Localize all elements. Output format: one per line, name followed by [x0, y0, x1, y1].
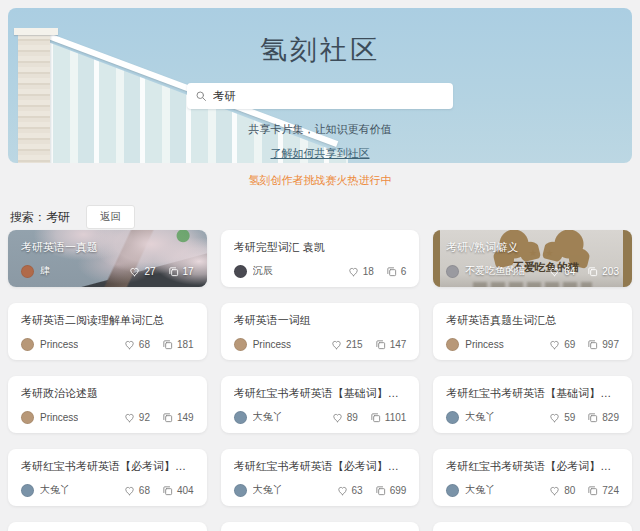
card-set-item[interactable]: ★ ★ ★ 考研英语二阅读理解单词汇总 Princess 68 [8, 303, 207, 360]
cards-icon [162, 485, 173, 496]
card-count: 147 [390, 339, 407, 350]
search-icon [195, 90, 207, 102]
search-box[interactable] [187, 83, 453, 109]
card-title: 考研红宝书考研英语【基础词】词汇系列Unit... [446, 386, 619, 401]
card-title: 考研红宝书考研英语【必考词】词汇系列Unit... [446, 459, 619, 474]
avatar [21, 338, 34, 351]
like-count: 68 [139, 339, 150, 350]
card-title: 考研英语真题生词汇总 [446, 313, 619, 328]
heart-icon [348, 266, 359, 277]
heart-icon [549, 485, 560, 496]
cards-icon [587, 266, 598, 277]
hero-tagline: 共享卡片集，让知识更有价值 [249, 122, 392, 137]
card-title: 考研英语二阅读理解单词汇总 [21, 313, 194, 328]
card-count: 149 [177, 412, 194, 423]
card-set-item-partial[interactable] [433, 522, 632, 531]
heart-icon [124, 485, 135, 496]
card-author: Princess [465, 339, 503, 350]
card-count: 724 [602, 485, 619, 496]
like-count: 80 [564, 485, 575, 496]
card-author: 大兔丫 [253, 483, 283, 497]
card-set-item[interactable]: ★ ★ ★ 考研政治论述题 Princess 92 [8, 376, 207, 433]
cards-icon [168, 266, 179, 277]
search-result-label: 搜索： [10, 209, 46, 226]
card-author: Princess [40, 339, 78, 350]
avatar [234, 265, 247, 278]
card-set-item-partial[interactable] [8, 522, 207, 531]
like-count: 63 [352, 485, 363, 496]
card-count: 404 [177, 485, 194, 496]
card-author: 大兔丫 [465, 410, 495, 424]
search-result-keyword: 考研 [46, 209, 70, 226]
card-title: 考研英语一真题 [21, 240, 194, 255]
avatar [446, 484, 459, 497]
avatar [21, 265, 34, 278]
challenge-notice-link[interactable]: 氢刻创作者挑战赛火热进行中 [0, 173, 640, 188]
card-count: 17 [183, 266, 194, 277]
card-set-item[interactable]: ★ ★ ★ 考研红宝书考研英语【必考词】词汇系列Unit... 大兔丫 63 [221, 449, 420, 506]
card-author: 大兔丫 [465, 483, 495, 497]
card-title: 考研红宝书考研英语【基础词】词汇系列Unit... [234, 386, 407, 401]
card-count: 203 [602, 266, 619, 277]
card-set-item[interactable]: ★ ★ ★ 考研英语一词组 Princess 215 [221, 303, 420, 360]
cards-icon [587, 339, 598, 350]
card-author: 大兔丫 [40, 483, 70, 497]
like-count: 64 [564, 266, 575, 277]
heart-icon [549, 412, 560, 423]
card-set-item[interactable]: ★ ★ ★ 考研英语真题生词汇总 Princess 69 [433, 303, 632, 360]
heart-icon [549, 266, 560, 277]
like-count: 215 [346, 339, 363, 350]
card-title: 考研红宝书考研英语【必考词】词汇系列Unit... [234, 459, 407, 474]
card-count: 1101 [385, 412, 407, 423]
heart-icon [124, 339, 135, 350]
card-author: 肆 [40, 264, 50, 278]
cards-icon [162, 339, 173, 350]
hero-banner: 氢刻社区 共享卡片集，让知识更有价值 了解如何共享到社区 [8, 8, 632, 163]
page-title: 氢刻社区 [260, 32, 380, 68]
back-button[interactable]: 返回 [86, 205, 135, 229]
card-author: Princess [40, 412, 78, 423]
card-title: 考研完型词汇 袁凯 [234, 240, 407, 255]
laurel-badge-cover-image: ★ ★ ★ 不爱吃鱼的猫 [433, 230, 632, 287]
card-count: 6 [401, 266, 407, 277]
card-title: 考研红宝书考研英语【必考词】词汇系列Unit... [21, 459, 194, 474]
cards-icon [386, 266, 397, 277]
avatar [234, 411, 247, 424]
card-count: 699 [390, 485, 407, 496]
card-count: 997 [602, 339, 619, 350]
card-set-item[interactable]: ★ ★ ★ 考研红宝书考研英语【基础词】词汇系列Unit... 大兔丫 59 [433, 376, 632, 433]
avatar [234, 338, 247, 351]
card-count: 181 [177, 339, 194, 350]
card-set-item[interactable]: ★ ★ ★ 考研红宝书考研英语【必考词】词汇系列Unit... 大兔丫 68 [8, 449, 207, 506]
share-guide-link[interactable]: 了解如何共享到社区 [271, 146, 370, 161]
like-count: 68 [139, 485, 150, 496]
like-count: 27 [144, 266, 155, 277]
card-set-item[interactable]: ★ ★ ★ 考研英语一真题 肆 27 [8, 230, 207, 287]
cards-icon [587, 412, 598, 423]
heart-icon [331, 339, 342, 350]
card-set-item[interactable]: ★ ★ ★ 考研红宝书考研英语【基础词】词汇系列Unit... 大兔丫 89 [221, 376, 420, 433]
heart-icon [549, 339, 560, 350]
card-author: 沉辰 [253, 264, 273, 278]
avatar [21, 484, 34, 497]
card-count: 829 [602, 412, 619, 423]
card-set-item[interactable]: ★ ★ ★ 考研红宝书考研英语【必考词】词汇系列Unit... 大兔丫 80 [433, 449, 632, 506]
card-title: 考研√熟词僻义 [446, 240, 619, 255]
like-count: 89 [347, 412, 358, 423]
card-author: 大兔丫 [253, 410, 283, 424]
avatar [234, 484, 247, 497]
card-set-item-partial[interactable] [221, 522, 420, 531]
cards-icon [375, 339, 386, 350]
card-title: 考研英语一词组 [234, 313, 407, 328]
heart-icon [129, 266, 140, 277]
cards-icon [370, 412, 381, 423]
avatar [446, 411, 459, 424]
card-set-item[interactable]: ★ ★ ★ 不爱吃鱼的猫 考研√熟词僻义 不爱吃鱼的猫 64 [433, 230, 632, 287]
search-input[interactable] [213, 90, 445, 102]
heart-icon [332, 412, 343, 423]
card-image-subtext-blur [473, 282, 592, 287]
heart-icon [337, 485, 348, 496]
card-set-item[interactable]: ★ ★ ★ 考研完型词汇 袁凯 沉辰 18 [221, 230, 420, 287]
cards-icon [162, 412, 173, 423]
cards-icon [375, 485, 386, 496]
